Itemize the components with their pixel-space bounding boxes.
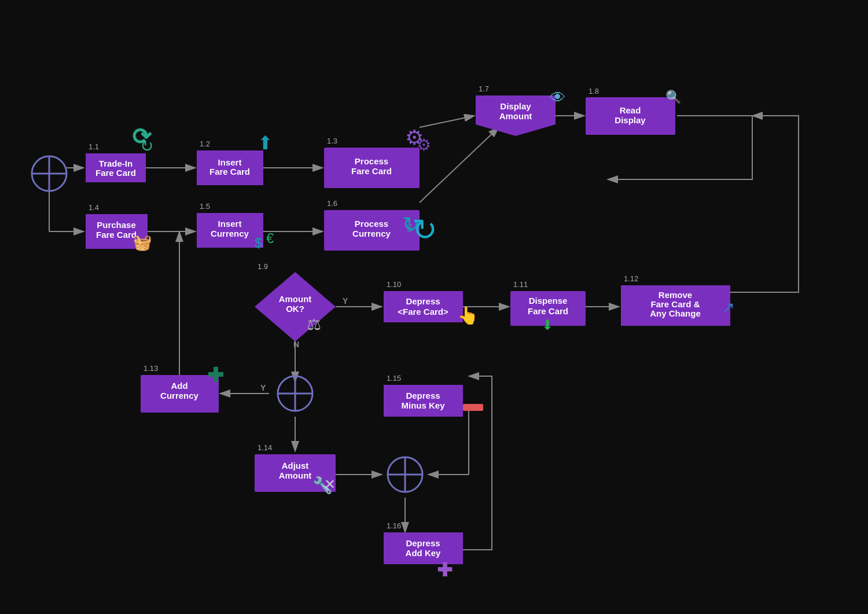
svg-text:1.4: 1.4 bbox=[89, 203, 99, 212]
svg-text:1.10: 1.10 bbox=[387, 280, 401, 289]
svg-text:Depress: Depress bbox=[406, 296, 440, 306]
svg-text:Fare Card: Fare Card bbox=[351, 166, 392, 176]
svg-text:Currency: Currency bbox=[352, 229, 391, 238]
svg-text:OK?: OK? bbox=[286, 304, 304, 314]
svg-text:Display: Display bbox=[500, 101, 531, 111]
refresh-icon-1-6: ↻ bbox=[412, 213, 437, 247]
svg-text:↗: ↗ bbox=[722, 299, 735, 316]
svg-text:1.12: 1.12 bbox=[624, 274, 638, 283]
svg-text:Adjust: Adjust bbox=[282, 461, 309, 470]
svg-text:Amount: Amount bbox=[499, 111, 532, 121]
svg-text:1.1: 1.1 bbox=[89, 142, 99, 151]
svg-text:⬇: ⬇ bbox=[542, 317, 553, 333]
svg-text:1.5: 1.5 bbox=[200, 202, 210, 211]
svg-text:<Fare Card>: <Fare Card> bbox=[398, 307, 448, 317]
svg-text:Fare Card: Fare Card bbox=[95, 168, 136, 178]
svg-text:Depress: Depress bbox=[406, 538, 440, 548]
svg-text:✕: ✕ bbox=[324, 476, 336, 492]
svg-text:⬆: ⬆ bbox=[258, 133, 273, 153]
svg-text:🧺: 🧺 bbox=[133, 233, 152, 252]
svg-text:Dispense: Dispense bbox=[529, 296, 568, 306]
svg-text:👁: 👁 bbox=[550, 89, 566, 106]
svg-text:Add: Add bbox=[171, 381, 187, 391]
svg-text:Amount: Amount bbox=[279, 470, 312, 480]
svg-text:1.9: 1.9 bbox=[258, 262, 268, 271]
svg-text:1.14: 1.14 bbox=[258, 443, 272, 452]
svg-text:Add Key: Add Key bbox=[406, 548, 442, 558]
svg-text:Amount: Amount bbox=[279, 294, 312, 304]
svg-text:Display: Display bbox=[615, 115, 646, 125]
svg-text:👆: 👆 bbox=[457, 305, 479, 326]
svg-text:1.15: 1.15 bbox=[387, 374, 401, 383]
svg-text:Depress: Depress bbox=[406, 391, 440, 400]
svg-text:N: N bbox=[293, 340, 299, 349]
svg-text:Insert: Insert bbox=[218, 157, 242, 167]
svg-text:Process: Process bbox=[355, 156, 388, 166]
svg-text:€: € bbox=[266, 230, 274, 246]
svg-text:1.6: 1.6 bbox=[327, 199, 337, 208]
svg-rect-113 bbox=[463, 404, 483, 411]
svg-text:$: $ bbox=[255, 235, 262, 251]
svg-text:1.16: 1.16 bbox=[387, 521, 401, 530]
svg-text:Any Change: Any Change bbox=[650, 308, 701, 318]
svg-text:1.2: 1.2 bbox=[200, 139, 210, 148]
svg-text:1.3: 1.3 bbox=[327, 137, 337, 145]
svg-text:Minus Key: Minus Key bbox=[401, 400, 445, 410]
svg-text:1.11: 1.11 bbox=[513, 280, 528, 289]
svg-text:Purchase: Purchase bbox=[97, 220, 136, 230]
svg-text:Trade-In: Trade-In bbox=[99, 159, 133, 168]
svg-text:Fare Card: Fare Card bbox=[528, 306, 568, 316]
svg-text:Fare Card: Fare Card bbox=[96, 230, 137, 240]
svg-text:⚙: ⚙ bbox=[417, 136, 431, 154]
svg-text:Read: Read bbox=[620, 105, 641, 115]
svg-text:1.13: 1.13 bbox=[144, 364, 158, 373]
svg-text:1.7: 1.7 bbox=[479, 84, 489, 93]
svg-text:Fare Card &: Fare Card & bbox=[650, 299, 700, 309]
refresh-icon-1-1: ⟳ bbox=[132, 124, 152, 149]
svg-text:1.8: 1.8 bbox=[589, 87, 599, 95]
svg-text:Insert: Insert bbox=[218, 219, 242, 229]
svg-text:🔍: 🔍 bbox=[665, 89, 682, 105]
svg-text:Y: Y bbox=[260, 383, 266, 392]
svg-text:✚: ✚ bbox=[437, 560, 453, 580]
svg-text:Currency: Currency bbox=[211, 229, 249, 238]
svg-text:Process: Process bbox=[355, 219, 388, 229]
svg-text:⚖: ⚖ bbox=[307, 315, 321, 333]
svg-text:Remove: Remove bbox=[659, 290, 692, 300]
svg-text:Fare Card: Fare Card bbox=[209, 167, 250, 177]
svg-text:Currency: Currency bbox=[160, 391, 199, 400]
svg-text:Y: Y bbox=[343, 296, 348, 306]
svg-text:✚: ✚ bbox=[207, 364, 224, 386]
diagram-container: 1.1 Trade-In Fare Card ↻ 1.2 Insert Fare… bbox=[0, 0, 868, 614]
